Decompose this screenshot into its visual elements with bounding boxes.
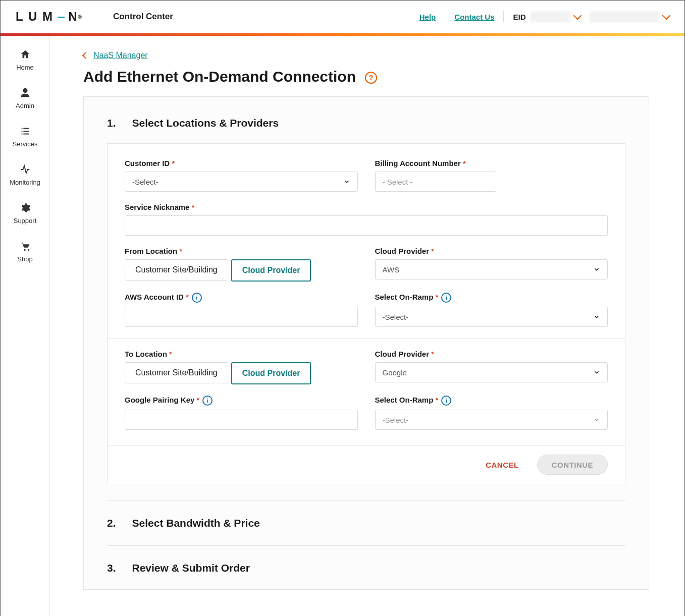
chevron-down-icon [593,416,600,423]
sidebar-item-label: Services [13,140,38,148]
contact-link[interactable]: Contact Us [454,13,494,21]
breadcrumb[interactable]: NaaS Manager [83,51,649,60]
step-title: Select Locations & Providers [132,117,279,129]
sidebar-item-support[interactable]: Support [1,196,49,231]
cart-icon [20,241,31,252]
to-cloud-provider-label: Cloud Provider* [375,350,608,358]
to-seg-cloud-provider[interactable]: Cloud Provider [231,362,311,384]
service-nickname-input[interactable] [125,215,608,236]
step-number: 3. [107,562,116,574]
chevron-down-icon [593,369,600,376]
customer-id-label: Customer ID* [125,159,358,167]
info-icon[interactable]: i [441,396,451,406]
to-cloud-provider-select[interactable]: Google [375,362,608,382]
top-bar: L U M N® Control Center Help Contact Us … [1,1,684,33]
eid-menu[interactable]: EID xxxxxxx [513,12,581,22]
cancel-button[interactable]: CANCEL [483,460,522,470]
separator [445,11,445,22]
to-location-label: To Location* [125,350,358,358]
wizard-panel: 1. Select Locations & Providers Customer… [83,96,649,590]
google-pairing-key-label: Google Pairing Key*i [125,396,358,406]
divider [108,338,625,339]
select-value: -Select- [132,178,159,186]
step-2-header: 2. Select Bandwidth & Price [107,500,625,529]
to-onramp-select[interactable]: -Select- [375,410,608,430]
sidebar-item-label: Monitoring [10,179,40,186]
from-cloud-provider-label: Cloud Provider* [375,247,608,255]
from-seg-customer-site[interactable]: Customer Site/Building [125,259,228,281]
to-seg-customer-site[interactable]: Customer Site/Building [125,362,228,383]
from-cloud-provider-select[interactable]: AWS [375,259,608,279]
brand-logo: L U M N® [16,10,83,24]
help-link[interactable]: Help [419,13,436,21]
step-number: 2. [107,517,116,529]
sidebar-item-monitoring[interactable]: Monitoring [1,158,49,192]
select-value: -Select- [383,313,409,321]
list-icon [20,126,31,137]
from-seg-cloud-provider[interactable]: Cloud Provider [231,259,311,282]
from-location-segment: Customer Site/Building Cloud Provider [125,259,358,282]
main-content: NaaS Manager Add Ethernet On-Demand Conn… [50,36,684,616]
eid-value: xxxxxxx [530,12,571,22]
select-value: AWS [383,265,400,274]
info-icon[interactable]: i [202,396,213,406]
chevron-down-icon [573,12,582,20]
app-name: Control Center [113,12,173,22]
select-value: Google [383,368,407,377]
chevron-left-icon [82,52,89,59]
account-menu[interactable]: xxxxxxxxxxxx [590,12,669,22]
select-placeholder: - Select - [383,178,413,186]
service-nickname-label: Service Nickname* [125,203,608,211]
sidebar-item-label: Support [14,217,37,225]
sidebar-item-services[interactable]: Services [1,120,49,154]
chevron-down-icon [662,12,671,20]
sidebar-item-admin[interactable]: Admin [1,81,49,116]
home-icon [20,49,31,60]
separator [503,11,504,22]
chevron-down-icon [343,178,350,185]
breadcrumb-link[interactable]: NaaS Manager [93,51,148,60]
customer-id-select[interactable]: -Select- [125,172,358,192]
sidebar: Home Admin Services Monitoring Support S… [1,36,50,616]
step-title: Review & Submit Order [132,562,250,574]
step-1-header: 1. Select Locations & Providers [107,117,625,129]
activity-icon [20,164,31,175]
help-icon[interactable]: ? [365,72,377,84]
aws-account-id-label: AWS Account ID*i [125,293,358,303]
from-onramp-select[interactable]: -Select- [375,307,608,327]
card-footer: CANCEL CONTINUE [108,445,625,484]
info-icon[interactable]: i [441,293,451,303]
aws-account-id-input[interactable] [125,307,358,327]
step-title: Select Bandwidth & Price [132,517,260,529]
from-onramp-label: Select On-Ramp*i [375,293,608,303]
sidebar-item-shop[interactable]: Shop [1,235,49,269]
sidebar-item-label: Home [16,64,34,71]
step-1-card: Customer ID* -Select- Billing Account Nu… [107,143,625,484]
gear-icon [20,202,31,213]
from-location-label: From Location* [125,247,358,255]
to-location-segment: Customer Site/Building Cloud Provider [125,362,358,384]
step-3-header: 3. Review & Submit Order [107,545,625,574]
google-pairing-key-input[interactable] [125,410,358,430]
account-value: xxxxxxxxxxxx [590,12,659,22]
info-icon[interactable]: i [192,293,202,303]
billing-account-select[interactable]: - Select - [375,172,496,192]
sidebar-item-home[interactable]: Home [1,43,49,77]
billing-account-label: Billing Account Number* [375,159,608,167]
to-onramp-label: Select On-Ramp*i [375,396,608,406]
chevron-down-icon [593,313,600,320]
page-title: Add Ethernet On-Demand Connection [83,68,356,85]
chevron-down-icon [593,266,600,273]
step-number: 1. [107,117,116,129]
continue-button[interactable]: CONTINUE [537,455,608,475]
select-value: -Select- [383,416,409,424]
eid-label: EID [513,13,525,21]
user-icon [20,87,31,98]
sidebar-item-label: Shop [17,255,32,263]
sidebar-item-label: Admin [16,102,34,109]
